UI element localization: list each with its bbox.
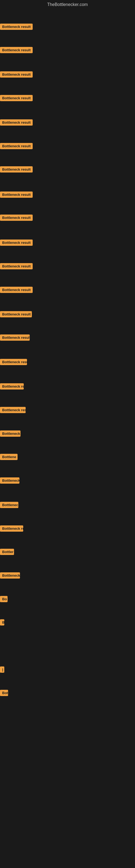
bottleneck-result-item: Bottleneck result	[0, 166, 33, 174]
bottleneck-badge: Bottleneck	[0, 431, 20, 437]
bottleneck-badge: Bottleneck	[0, 572, 20, 579]
bottleneck-badge: B	[0, 619, 4, 625]
bottleneck-badge: Bottleneck result	[0, 335, 30, 341]
bottleneck-result-item: Bottleneck	[0, 431, 20, 438]
bottleneck-badge: Bottleneck result	[0, 119, 33, 126]
bottleneck-result-item: Bottleneck result	[0, 47, 33, 54]
bottleneck-result-item: Bottleneck result	[0, 143, 33, 150]
bottleneck-result-item: Bottleneck re	[0, 525, 23, 533]
site-title: TheBottlenecker.com	[0, 0, 135, 8]
bottleneck-result-item: Bottleneck result	[0, 95, 33, 102]
bottleneck-result-item: Bottleneck result	[0, 215, 33, 222]
bottleneck-badge: Bottleneck result	[0, 95, 33, 101]
bottleneck-badge: Bottleneck re	[0, 525, 23, 532]
bottleneck-result-item: Bottleneck result	[0, 263, 33, 271]
bottleneck-badge: Bottleneck result	[0, 24, 33, 30]
bottleneck-result-item: Bottleneck re	[0, 383, 24, 391]
bottleneck-result-item: Bottleneck result	[0, 359, 27, 366]
bottleneck-result-item: Bottleneck result	[0, 311, 32, 318]
bottleneck-badge: Bottleneck re	[0, 383, 24, 390]
bottleneck-badge: Bot	[0, 690, 8, 696]
bottleneck-badge: Bottleneck result	[0, 71, 33, 78]
bottleneck-result-item: Bo	[0, 596, 8, 603]
bottleneck-result-item: B	[0, 619, 4, 627]
bottleneck-badge: Bottleneck result	[0, 47, 33, 53]
bottleneck-badge: Bo	[0, 596, 8, 602]
bottleneck-result-item: Bottler	[0, 549, 14, 556]
bottleneck-badge: Bottleneck result	[0, 311, 32, 317]
bottleneck-badge: Bottleneck result	[0, 287, 33, 293]
bottleneck-badge: Bottleneck result	[0, 143, 33, 149]
bottleneck-result-item: Bot	[0, 690, 8, 697]
bottleneck-badge: Bottleneck result	[0, 215, 33, 221]
bottleneck-result-item: Bottleneck result	[0, 24, 33, 31]
bottleneck-result-item: Bottleneck result	[0, 287, 33, 294]
bottleneck-badge: |	[0, 666, 4, 673]
bottleneck-result-item: Bottleneck result	[0, 191, 33, 199]
bottleneck-result-item: Bottleneck result	[0, 335, 30, 342]
bottleneck-result-item: Bottleneck result	[0, 71, 33, 79]
bottleneck-badge: Bottlene	[0, 454, 17, 460]
bottleneck-result-item: Bottleneck result	[0, 240, 33, 247]
bottleneck-badge: Bottler	[0, 549, 14, 555]
bottleneck-badge: Bottleneck result	[0, 166, 33, 173]
bottleneck-result-item: |	[0, 666, 4, 674]
bottleneck-badge: Bottleneck result	[0, 191, 33, 198]
bottleneck-badge: Bottleneck resu	[0, 407, 26, 413]
bottleneck-badge: Bottlenec	[0, 502, 18, 508]
bottleneck-badge: Bottleneck result	[0, 240, 33, 246]
bottleneck-result-item: Bottleneck	[0, 572, 20, 580]
bottleneck-result-item: Bottlene	[0, 454, 17, 461]
bottleneck-badge: Bottleneck result	[0, 263, 33, 269]
bottleneck-result-item: Bottleneck	[0, 477, 19, 485]
bottleneck-result-item: Bottlenec	[0, 502, 18, 509]
bottleneck-result-item: Bottleneck result	[0, 119, 33, 127]
bottleneck-badge: Bottleneck result	[0, 359, 27, 365]
bottleneck-result-item: Bottleneck resu	[0, 407, 26, 414]
bottleneck-badge: Bottleneck	[0, 477, 19, 484]
